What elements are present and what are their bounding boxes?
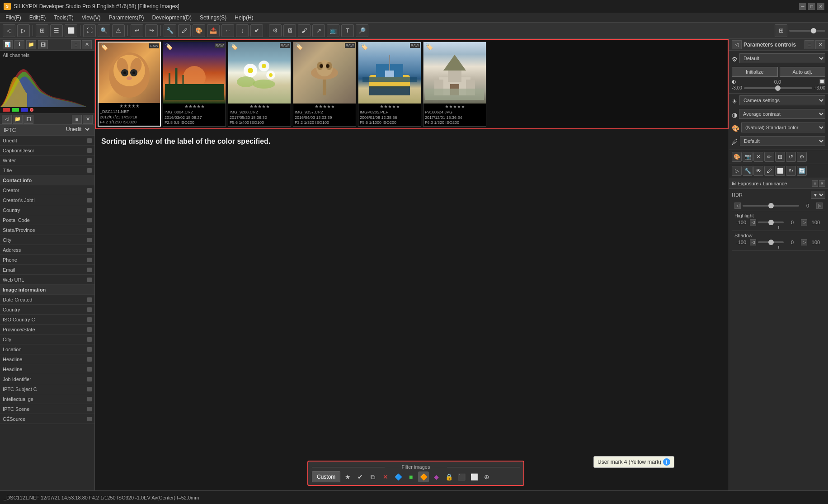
auto-adj-button[interactable]: Auto adj. — [780, 67, 826, 77]
highlight-left-arrow[interactable]: ◁ — [750, 219, 756, 226]
back-button[interactable]: ◁ — [3, 24, 15, 37]
zoom-button[interactable]: 🔍 — [98, 24, 110, 37]
brush-button[interactable]: 🖌 — [298, 24, 310, 37]
filmstrip-tab[interactable]: 🎞 — [38, 40, 48, 49]
share-button[interactable]: ↗ — [312, 24, 325, 37]
filter-star-btn[interactable]: ★ — [342, 471, 353, 482]
minimize-button[interactable]: ─ — [799, 3, 806, 10]
right-panel-menu-btn[interactable]: ≡ — [804, 40, 814, 49]
iptc-item-country2[interactable]: Country — [0, 305, 94, 315]
nav-close-btn[interactable]: ✕ — [83, 115, 93, 124]
filter-scan-btn[interactable]: ⊕ — [481, 471, 492, 482]
shadow-left-arrow[interactable]: ◁ — [750, 239, 756, 245]
nav-film-btn[interactable]: 🎞 — [24, 115, 33, 124]
iptc-item-writer[interactable]: Writer — [0, 155, 94, 165]
check-button[interactable]: ✔ — [250, 24, 263, 37]
titlebar-controls[interactable]: ─ □ ✕ — [799, 3, 824, 10]
undo-button[interactable]: ↩ — [131, 24, 143, 37]
tone-slider-track[interactable] — [744, 87, 812, 89]
filter-check-btn[interactable]: ✔ — [355, 471, 366, 482]
grid-icon-button[interactable]: ⊞ — [775, 24, 787, 37]
histogram-tab[interactable]: 📊 — [3, 40, 13, 49]
menu-file[interactable]: File(F) — [2, 14, 25, 22]
iptc-item-state1[interactable]: State/Province — [0, 225, 94, 235]
filter-lock-btn[interactable]: 🔒 — [443, 471, 454, 482]
filter-custom-button[interactable]: Custom — [312, 471, 340, 482]
edit-icon-14[interactable]: 🔄 — [797, 166, 807, 176]
menu-help[interactable]: Help(H) — [231, 14, 257, 22]
highlight-right-arrow[interactable]: ▷ — [801, 219, 807, 226]
iptc-item-isocountry[interactable]: ISO Country C — [0, 315, 94, 325]
iptc-item-creatorjob[interactable]: Creator's Jobti — [0, 195, 94, 205]
close-button[interactable]: ✕ — [817, 3, 824, 10]
iptc-item-weburl[interactable]: Web URL — [0, 275, 94, 285]
iptc-item-postal[interactable]: Postal Code — [0, 215, 94, 225]
exposure-menu-btn[interactable]: ≡ — [812, 180, 818, 187]
monitor-button[interactable]: 📺 — [327, 24, 339, 37]
edit-icon-8[interactable]: ▷ — [732, 166, 742, 176]
iptc-item-email[interactable]: Email — [0, 265, 94, 275]
export-button[interactable]: 📤 — [207, 24, 220, 37]
iptc-item-headline2[interactable]: Headline — [0, 364, 94, 374]
edit-icon-5[interactable]: ⊞ — [775, 152, 785, 162]
iptc-item-address[interactable]: Address — [0, 245, 94, 255]
edit-icon-2[interactable]: 📷 — [743, 152, 753, 162]
hdr-left-arrow[interactable]: ◁ — [734, 203, 741, 209]
zoom-slider-track[interactable] — [789, 30, 825, 32]
iptc-item-unedit[interactable]: Unedit — [0, 136, 94, 146]
edit-icon-1[interactable]: 🎨 — [732, 152, 742, 162]
edit-icon-11[interactable]: 🖊 — [764, 166, 774, 176]
search-button[interactable]: 🔎 — [356, 24, 368, 37]
thumbnail-item-1[interactable]: 🏷️ RAW ★★★★★ IMG_8804.CR2 2016/03/02 18:… — [163, 42, 226, 127]
shadow-track[interactable] — [758, 241, 784, 243]
iptc-item-country1[interactable]: Country — [0, 205, 94, 215]
flip-h-button[interactable]: ↔ — [221, 24, 234, 37]
filter-yellow-btn active[interactable]: 🔶 — [418, 471, 429, 482]
thumbnail-item-2[interactable]: 🏷️ RAW ★★★★★ I — [228, 42, 291, 127]
iptc-item-intellectual[interactable]: Intellectual ge — [0, 394, 94, 404]
list-view-button[interactable]: ☰ — [50, 24, 63, 37]
edit-icon-9[interactable]: 🔧 — [743, 166, 753, 176]
iptc-item-creator[interactable]: Creator — [0, 185, 94, 195]
menu-edit[interactable]: Edit(E) — [26, 14, 50, 22]
filter-x-btn[interactable]: ✕ — [380, 471, 391, 482]
iptc-item-phone[interactable]: Phone — [0, 255, 94, 265]
contrast-select[interactable]: Average contrast — [739, 109, 825, 119]
panel-menu-btn[interactable]: ≡ — [71, 40, 81, 49]
color-select[interactable]: (Natural) Standard color — [741, 122, 825, 132]
iptc-item-city1[interactable]: City — [0, 235, 94, 245]
hdr-slider-track[interactable] — [743, 205, 799, 207]
filter-green-btn[interactable]: ■ — [405, 471, 416, 482]
thumbnail-item-4[interactable]: 🏷️ RAW ★★★★★ IMGP0285.PEF 2006 — [358, 42, 421, 127]
text-button[interactable]: T — [341, 24, 354, 37]
settings-button[interactable]: ⚙ — [269, 24, 282, 37]
hdr-right-arrow[interactable]: ▷ — [816, 203, 823, 209]
right-panel-close-btn[interactable]: ✕ — [815, 40, 825, 49]
fullscreen-button[interactable]: ⛶ — [83, 24, 96, 37]
menu-parameters[interactable]: Parameters(P) — [105, 14, 148, 22]
edit-icon-12[interactable]: ⬜ — [775, 166, 785, 176]
edit-icon-6[interactable]: ↺ — [786, 152, 796, 162]
cpu-button[interactable]: 🖥 — [283, 24, 296, 37]
redo-button[interactable]: ↪ — [145, 24, 158, 37]
iptc-item-caption[interactable]: Caption/Descr — [0, 146, 94, 155]
forward-button[interactable]: ▷ — [17, 24, 30, 37]
camera-settings-select[interactable]: Camera settings — [739, 95, 825, 105]
edit-icon-10[interactable]: 👁 — [753, 166, 763, 176]
nav-folder-btn[interactable]: 📁 — [13, 115, 23, 124]
shadow-right-arrow[interactable]: ▷ — [801, 239, 807, 245]
edit-icon-4[interactable]: ✏ — [764, 152, 774, 162]
iptc-item-location[interactable]: Location — [0, 344, 94, 354]
iptc-item-scene[interactable]: IPTC Scene — [0, 404, 94, 414]
nav-menu-btn[interactable]: ≡ — [72, 115, 82, 124]
default-select2[interactable]: Default — [740, 136, 825, 146]
filter-blue-btn[interactable]: 🔷 — [393, 471, 404, 482]
warning-button[interactable]: ⚠ — [112, 24, 125, 37]
iptc-item-subject[interactable]: IPTC Subject C — [0, 384, 94, 394]
flip-v-button[interactable]: ↕ — [236, 24, 249, 37]
exposure-close-btn[interactable]: ✕ — [819, 180, 825, 187]
thumbnail-item-0[interactable]: 🏷️ RAW ★★★★★ _ — [98, 42, 161, 127]
thumbnail-item-5[interactable]: 🏷️ ★★★★★ P9160624.JPG 2017/ — [423, 42, 486, 127]
develop-button[interactable]: 🖊 — [178, 24, 191, 37]
edit-icon-3[interactable]: ✕ — [753, 152, 763, 162]
